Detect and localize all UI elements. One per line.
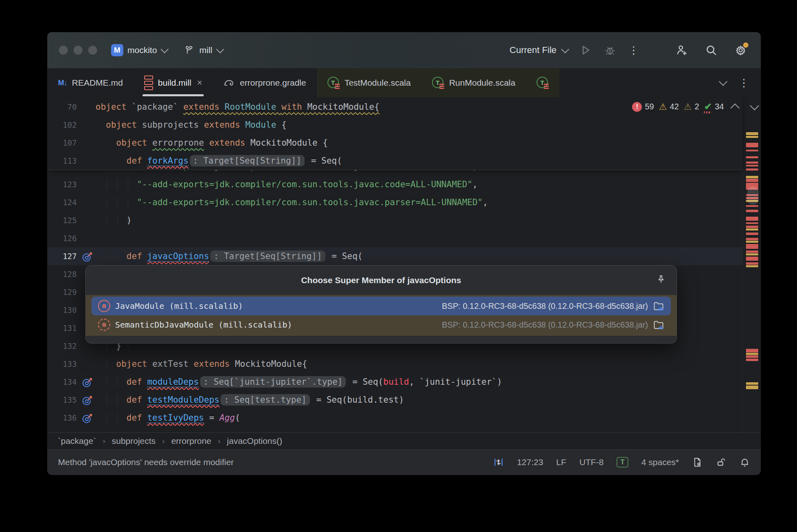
line-separator[interactable]: LF <box>556 457 566 467</box>
tab-options-button[interactable]: ⋮ <box>739 78 749 88</box>
warning-stripe-mark[interactable] <box>746 241 758 243</box>
unlock-icon[interactable] <box>716 457 726 468</box>
breadcrumb-item[interactable]: errorprone <box>171 436 211 446</box>
error-stripe-mark[interactable] <box>746 226 758 228</box>
line-number[interactable]: 107 <box>47 138 80 147</box>
error-stripe-mark[interactable] <box>746 205 758 207</box>
line-number[interactable]: 136 <box>47 413 80 422</box>
overrides-method-icon[interactable]: ↗ <box>82 412 93 423</box>
run-configuration-select[interactable]: Current File <box>510 45 567 55</box>
close-window-button[interactable] <box>59 46 68 55</box>
error-stripe-mark[interactable] <box>746 165 758 166</box>
line-number[interactable]: 133 <box>47 359 80 368</box>
warning-stripe-mark[interactable] <box>746 265 758 267</box>
search-everywhere-button[interactable] <box>705 44 717 56</box>
error-stripe-mark[interactable] <box>746 162 758 164</box>
file-encoding[interactable]: UTF-8 <box>579 457 604 467</box>
error-stripe-mark[interactable] <box>746 349 758 352</box>
error-stripe-mark[interactable] <box>746 250 758 253</box>
notifications-bell-icon[interactable] <box>739 457 750 468</box>
breadcrumb-item[interactable]: subprojects <box>112 436 156 446</box>
super-member-option[interactable]: mJavaModule (mill.scalalib)BSP: 0.12.0-R… <box>91 297 671 315</box>
overrides-method-icon[interactable]: ↗ <box>82 251 93 262</box>
warning-stripe-mark[interactable] <box>746 253 758 255</box>
indent-guides-icon[interactable] <box>493 457 504 468</box>
error-stripe-mark[interactable] <box>746 156 758 158</box>
error-stripe-mark[interactable] <box>746 143 758 147</box>
hidden-tabs-chevron-button[interactable] <box>719 77 727 86</box>
line-number[interactable]: 131 <box>47 324 80 332</box>
minimize-window-button[interactable] <box>73 46 82 55</box>
code-line-122[interactable]: 122 "--add-exports=jdk.compiler/com.sun.… <box>47 170 743 175</box>
warning-stripe-mark[interactable] <box>746 353 758 355</box>
code-line-135[interactable]: 135↗ def testModuleDeps: Seq[test.type] … <box>47 391 743 409</box>
error-stripe-mark[interactable] <box>746 150 758 151</box>
warning-stripe-mark[interactable] <box>746 386 758 389</box>
code-line-133[interactable]: 133 object extTest extends MockitoModule… <box>47 355 743 373</box>
line-number[interactable]: 113 <box>47 156 80 165</box>
close-tab-icon[interactable]: × <box>197 78 203 88</box>
editor-tab[interactable]: T <box>526 68 559 98</box>
code-line-124[interactable]: 124 "--add-exports=jdk.compiler/com.sun.… <box>47 193 743 211</box>
code-line-136[interactable]: 136↗ def testIvyDeps = Agg( <box>47 409 743 427</box>
overrides-method-icon[interactable]: ↗ <box>82 395 93 405</box>
line-number[interactable]: 130 <box>47 306 80 315</box>
zoom-window-button[interactable] <box>88 46 97 55</box>
editor-tab-readme-md[interactable]: M↓README.md <box>47 68 134 98</box>
error-stripe-mark[interactable] <box>746 217 758 221</box>
editor-tab-testmodule-scala[interactable]: TTestModule.scala <box>317 68 421 98</box>
code-with-me-button[interactable] <box>676 44 688 56</box>
previous-problem-button[interactable] <box>730 103 740 113</box>
pin-icon[interactable] <box>656 275 666 284</box>
warning-stripe-mark[interactable] <box>746 228 758 231</box>
line-number[interactable]: 129 <box>47 288 80 297</box>
overrides-method-icon[interactable]: ↗ <box>82 377 93 387</box>
editor-tab-errorprone-gradle[interactable]: errorprone.gradle <box>213 68 316 98</box>
caret-position[interactable]: 127:23 <box>517 457 543 467</box>
error-stripe-mark[interactable] <box>746 210 758 212</box>
error-stripe-mark[interactable] <box>746 238 758 240</box>
indent-size[interactable]: 4 spaces* <box>641 457 679 467</box>
line-number[interactable]: 124 <box>47 198 80 207</box>
line-number[interactable]: 102 <box>47 120 80 129</box>
editor-tab-build-mill[interactable]: build.mill× <box>134 68 213 98</box>
warning-stripe-mark[interactable] <box>746 132 758 135</box>
editor[interactable]: ! 59 ⚠ 42 ⚠ 2 ✔ 34 70object `package` ex… <box>47 98 761 432</box>
error-stripe-mark[interactable] <box>746 257 758 261</box>
line-number[interactable]: 123 <box>47 180 80 189</box>
status-message[interactable]: Method 'javacOptions' needs override mod… <box>58 457 234 467</box>
inspection-widget[interactable]: ! 59 ⚠ 42 ⚠ 2 ✔ 34 <box>632 101 757 112</box>
line-number[interactable]: 126 <box>47 234 80 243</box>
warning-stripe-mark[interactable] <box>746 176 758 178</box>
code-line-107[interactable]: 107 object errorprone extends MockitoMod… <box>47 134 743 152</box>
breadcrumb-item[interactable]: javacOptions() <box>227 436 282 446</box>
project-widget[interactable]: M mockito <box>111 44 167 56</box>
line-number[interactable]: 134 <box>47 377 80 386</box>
line-number[interactable]: 70 <box>47 102 80 111</box>
breadcrumb-item[interactable]: `package` <box>58 436 96 446</box>
scrollbar-thumb[interactable] <box>747 186 759 205</box>
line-number[interactable]: 122 <box>47 170 80 171</box>
code-line-123[interactable]: 123 "--add-exports=jdk.compiler/com.sun.… <box>47 175 743 193</box>
code-line-113[interactable]: 113 def forkArgs: Target[Seq[String]] = … <box>47 152 743 170</box>
error-stripe-mark[interactable] <box>746 262 758 265</box>
error-stripe-mark[interactable] <box>746 233 758 235</box>
code-line-127[interactable]: 127↗ def javacOptions: Target[Seq[String… <box>47 247 743 265</box>
line-number[interactable]: 127 <box>47 252 80 261</box>
code-line-125[interactable]: 125 ) <box>47 211 743 229</box>
error-stripe-mark[interactable] <box>746 359 758 361</box>
line-number[interactable]: 128 <box>47 270 80 279</box>
line-number[interactable]: 132 <box>47 341 80 350</box>
more-actions-button[interactable]: ⋮ <box>628 45 639 55</box>
warning-stripe-mark[interactable] <box>746 136 758 138</box>
editor-tab-runmodule-scala[interactable]: TRunModule.scala <box>421 68 526 98</box>
code-style-file-icon[interactable] <box>692 457 703 468</box>
super-member-option[interactable]: mSemanticDbJavaModule (mill.scalalib)BSP… <box>91 315 671 334</box>
error-stripe-mark[interactable] <box>746 168 758 171</box>
todo-widget[interactable]: T <box>617 457 628 468</box>
line-number[interactable]: 135 <box>47 395 80 404</box>
code-line-102[interactable]: 102 object subprojects extends Module { <box>47 116 743 134</box>
error-stripe-mark[interactable] <box>746 179 758 182</box>
vcs-branch-widget[interactable]: mill <box>183 44 222 56</box>
code-line-134[interactable]: 134↗ def moduleDeps: Seq[`junit-jupiter`… <box>47 373 743 391</box>
